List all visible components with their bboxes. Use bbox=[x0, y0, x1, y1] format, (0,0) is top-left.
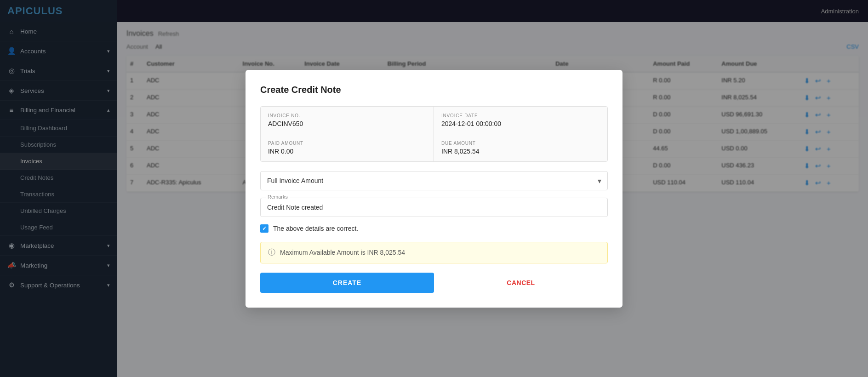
remarks-field-wrap: Remarks bbox=[260, 198, 608, 217]
invoice-date-label: INVOICE DATE bbox=[441, 113, 600, 118]
warning-text: Maximum Available Amount is INR 8,025.54 bbox=[280, 249, 405, 256]
create-credit-note-modal: Create Credit Note INVOICE NO. ADCINV650… bbox=[246, 70, 622, 308]
modal-overlay: Create Credit Note INVOICE NO. ADCINV650… bbox=[0, 0, 868, 377]
invoice-date-cell: INVOICE DATE 2024-12-01 00:00:00 bbox=[434, 107, 607, 134]
modal-button-row: CREATE CANCEL bbox=[260, 273, 608, 293]
checkbox-box[interactable]: ✓ bbox=[260, 224, 268, 233]
paid-amount-value: INR 0.00 bbox=[268, 148, 426, 155]
amount-type-dropdown[interactable]: Full Invoice Amount Partial Amount bbox=[260, 171, 608, 190]
invoice-no-value: ADCINV650 bbox=[268, 120, 426, 127]
due-amount-label: DUE AMOUNT bbox=[441, 141, 600, 146]
remarks-label: Remarks bbox=[266, 194, 290, 200]
confirmation-checkbox-row[interactable]: ✓ The above details are correct. bbox=[260, 224, 608, 233]
info-icon: ⓘ bbox=[268, 248, 275, 257]
paid-amount-label: PAID AMOUNT bbox=[268, 141, 426, 146]
invoice-no-cell: INVOICE NO. ADCINV650 bbox=[261, 107, 434, 134]
due-amount-cell: DUE AMOUNT INR 8,025.54 bbox=[434, 134, 607, 161]
cancel-button[interactable]: CANCEL bbox=[434, 273, 608, 293]
invoice-date-value: 2024-12-01 00:00:00 bbox=[441, 120, 600, 127]
warning-banner: ⓘ Maximum Available Amount is INR 8,025.… bbox=[260, 242, 608, 263]
due-amount-value: INR 8,025.54 bbox=[441, 148, 600, 155]
checkmark-icon: ✓ bbox=[262, 225, 267, 232]
create-button[interactable]: CREATE bbox=[260, 273, 434, 293]
paid-amount-cell: PAID AMOUNT INR 0.00 bbox=[261, 134, 434, 161]
remarks-input[interactable] bbox=[260, 198, 608, 217]
modal-title: Create Credit Note bbox=[260, 85, 608, 95]
checkbox-label: The above details are correct. bbox=[273, 225, 358, 232]
invoice-no-label: INVOICE NO. bbox=[268, 113, 426, 118]
amount-type-select[interactable]: Full Invoice Amount Partial Amount bbox=[260, 171, 608, 190]
invoice-info-grid: INVOICE NO. ADCINV650 INVOICE DATE 2024-… bbox=[260, 106, 608, 162]
